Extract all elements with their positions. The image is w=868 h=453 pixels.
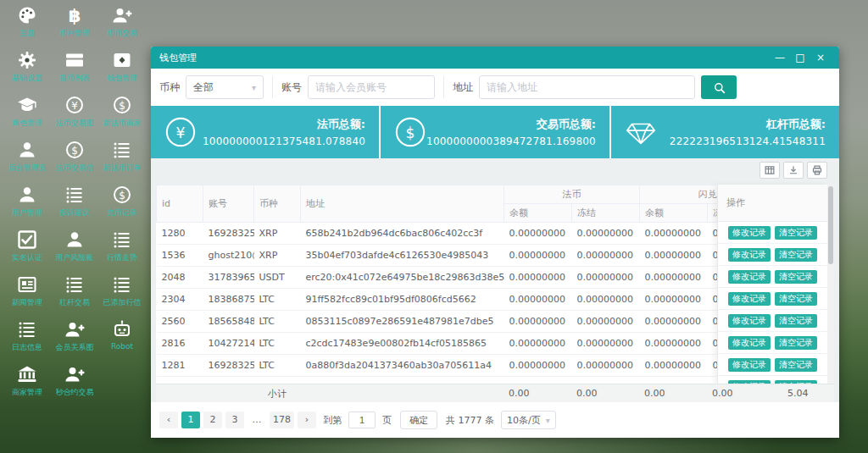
page-word: 页 bbox=[382, 414, 392, 427]
sidebar-item[interactable]: 新法币商家 bbox=[98, 95, 146, 132]
table-row: 230418386875817LTC91ff582fcc89c01bf95df0… bbox=[157, 289, 776, 311]
sidebar-item[interactable]: 后台管理员 bbox=[3, 140, 51, 177]
sidebar-item[interactable]: 法币交易信 bbox=[51, 140, 98, 177]
clear-record-button[interactable]: 清空记录 bbox=[775, 226, 817, 240]
sidebar-item[interactable]: 会员关系图 bbox=[51, 319, 98, 356]
search-icon bbox=[713, 81, 726, 94]
card-label: 法币总额: bbox=[203, 117, 365, 132]
sidebar-item[interactable]: 法币交易图 bbox=[51, 95, 98, 132]
clear-record-button[interactable]: 清空记录 bbox=[775, 270, 817, 284]
edit-record-button[interactable]: 修改记录 bbox=[728, 336, 771, 350]
clear-record-button[interactable]: 清空记录 bbox=[775, 358, 817, 372]
sidebar-item[interactable]: 日志信息 bbox=[3, 319, 51, 356]
col-header-address: 地址 bbox=[301, 185, 504, 223]
sidebar-item[interactable]: 实名认证 bbox=[3, 229, 51, 267]
address-label: 地址 bbox=[453, 80, 473, 95]
scrollbar-thumb[interactable] bbox=[828, 186, 833, 264]
chevron-down-icon: ▾ bbox=[252, 83, 256, 92]
search-button[interactable] bbox=[701, 75, 737, 99]
page-button-2[interactable]: 2 bbox=[203, 412, 222, 428]
maximize-button[interactable]: □ bbox=[790, 47, 810, 69]
page-button-178[interactable]: 178 bbox=[270, 412, 294, 428]
sidebar-item[interactable]: 已添加行信 bbox=[98, 274, 146, 312]
sidebar: 主题币种管理币币交易基础设置提币列表钱包管理角色管理法币交易图新法币商家后台管理… bbox=[3, 5, 146, 401]
fiat-total-card: ¥ 法币总额: 100000000121375481.078840 bbox=[151, 106, 379, 158]
edit-record-button[interactable]: 修改记录 bbox=[728, 226, 771, 240]
sidebar-item[interactable]: 基础设置 bbox=[3, 50, 51, 87]
sidebar-item-label: 币种管理 bbox=[59, 28, 90, 39]
table-zone: id 账号 币种 地址 法币 闪兑 余额 冻结 余额 冻结 bbox=[151, 158, 839, 438]
edit-record-button[interactable]: 修改记录 bbox=[728, 292, 771, 306]
action-row: 修改记录清空记录 bbox=[718, 244, 827, 266]
page-button-3[interactable]: 3 bbox=[225, 412, 244, 428]
export-button[interactable] bbox=[783, 162, 804, 179]
sidebar-item[interactable]: 秒合约交易 bbox=[51, 364, 98, 401]
clear-record-button[interactable]: 清空记录 bbox=[775, 314, 817, 328]
person-plus-icon bbox=[112, 5, 132, 25]
table-grid-icon bbox=[765, 165, 775, 175]
table-row: 2048317839657...USDTerc20:0x41c072e64975… bbox=[157, 267, 776, 289]
sidebar-item-label: 已添加行信 bbox=[103, 297, 142, 308]
action-row: 修改记录清空记录 bbox=[718, 332, 827, 354]
sidebar-item-label: 用户风险账 bbox=[56, 252, 94, 263]
sidebar-item[interactable]: 用户管理 bbox=[3, 185, 51, 222]
sidebar-item[interactable]: 提币列表 bbox=[51, 50, 98, 87]
sidebar-item-label: 日志信息 bbox=[12, 342, 42, 353]
list-icon bbox=[64, 274, 85, 295]
sidebar-item[interactable]: 币币交易 bbox=[98, 5, 146, 42]
sidebar-item[interactable]: 角色管理 bbox=[3, 95, 51, 132]
robot-icon bbox=[112, 319, 132, 340]
prev-page-button[interactable]: ‹ bbox=[159, 412, 178, 428]
sidebar-item[interactable]: 用户风险账 bbox=[51, 229, 98, 267]
vertical-scrollbar[interactable] bbox=[827, 185, 834, 384]
chevron-down-icon: ▾ bbox=[546, 416, 550, 425]
sidebar-item[interactable]: 行情走势 bbox=[98, 229, 146, 267]
person-plus-icon bbox=[64, 364, 85, 384]
clear-record-button[interactable]: 清空记录 bbox=[775, 248, 817, 262]
columns-toggle-button[interactable] bbox=[760, 162, 780, 179]
edit-record-button[interactable]: 修改记录 bbox=[728, 248, 771, 262]
sidebar-grid: 主题币种管理币币交易基础设置提币列表钱包管理角色管理法币交易图新法币商家后台管理… bbox=[3, 5, 146, 401]
sidebar-item-label: 用户管理 bbox=[12, 207, 42, 218]
clear-record-button[interactable]: 清空记录 bbox=[775, 292, 817, 306]
person-icon bbox=[17, 140, 37, 160]
page-ellipsis: … bbox=[248, 412, 266, 428]
sidebar-item[interactable]: 钱包管理 bbox=[98, 50, 146, 87]
minimize-button[interactable]: — bbox=[770, 47, 790, 69]
sidebar-item-label: 投诉建议 bbox=[59, 207, 90, 218]
sidebar-item[interactable]: 币种管理 bbox=[51, 5, 98, 42]
per-page-select[interactable]: 10条/页 ▾ bbox=[501, 411, 556, 429]
sidebar-item[interactable]: 新法币订单 bbox=[98, 140, 146, 177]
sidebar-item[interactable]: 商家管理 bbox=[3, 364, 51, 401]
sidebar-item[interactable]: 投诉建议 bbox=[51, 185, 98, 222]
sidebar-item[interactable]: Robot bbox=[98, 319, 146, 356]
sidebar-item[interactable]: 主题 bbox=[3, 5, 51, 42]
clear-record-button[interactable]: 清空记录 bbox=[775, 336, 817, 350]
subtotal-value: 0.00 bbox=[509, 388, 530, 399]
coin-icon bbox=[112, 185, 132, 205]
account-input[interactable] bbox=[308, 75, 435, 99]
address-input[interactable] bbox=[479, 75, 695, 99]
page-button-1[interactable]: 1 bbox=[181, 412, 200, 428]
edit-record-button[interactable]: 修改记录 bbox=[728, 358, 771, 372]
person-icon bbox=[17, 185, 37, 205]
currency-select[interactable]: 全部 ▾ bbox=[186, 75, 264, 99]
subtotal-value: 0.00 bbox=[576, 388, 598, 399]
sidebar-item-label: Robot bbox=[111, 342, 133, 351]
print-icon bbox=[812, 165, 822, 175]
sidebar-item[interactable]: 充币记录 bbox=[98, 185, 146, 222]
sidebar-item[interactable]: 新闻管理 bbox=[3, 274, 51, 312]
card-icon bbox=[64, 50, 85, 70]
print-button[interactable] bbox=[807, 162, 827, 179]
sidebar-item[interactable]: 杠杆交易 bbox=[51, 274, 98, 312]
edit-record-button[interactable]: 修改记录 bbox=[728, 270, 771, 284]
col-header-action: 操作 bbox=[718, 185, 827, 222]
titlebar: 钱包管理 — □ × bbox=[151, 47, 839, 69]
edit-record-button[interactable]: 修改记录 bbox=[728, 314, 771, 328]
close-button[interactable]: × bbox=[810, 47, 831, 69]
goto-confirm-button[interactable]: 确定 bbox=[400, 411, 437, 429]
summary-cards: ¥ 法币总额: 100000000121375481.078840 $ 交易币总… bbox=[151, 106, 839, 158]
goto-page-input[interactable] bbox=[348, 412, 376, 428]
next-page-button[interactable]: › bbox=[298, 412, 316, 428]
wallet-icon bbox=[112, 50, 132, 70]
